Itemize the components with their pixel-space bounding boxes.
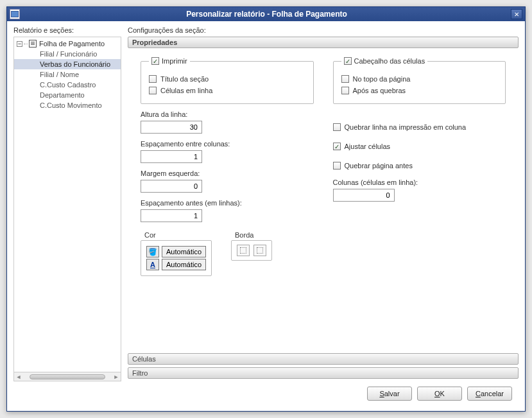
borda-legend: Borda xyxy=(235,231,272,239)
margem-label: Margem esquerda: xyxy=(141,170,314,177)
checkbox-imprimir[interactable]: ✓ xyxy=(151,57,159,65)
esp-antes-input[interactable]: 1 xyxy=(141,209,202,222)
esp-antes-label: Espaçamento antes (em linhas): xyxy=(141,199,314,207)
close-button[interactable]: ✕ xyxy=(511,9,522,19)
groups-row: ✓ Imprimir Título da seção Células em li xyxy=(141,57,506,104)
right-panel: Configurações da seção: Propriedades ✓ I… xyxy=(128,26,519,381)
checkbox-topo[interactable] xyxy=(341,75,349,83)
tree-item[interactable]: Departamento xyxy=(14,90,121,100)
fill-color-button[interactable]: 🪣 xyxy=(146,246,159,257)
document-icon xyxy=(29,40,37,48)
border-style-1-button[interactable] xyxy=(237,245,250,256)
checkbox-row-celulas-linha[interactable]: Células em linha xyxy=(149,87,305,94)
group-imprimir-legend: ✓ Imprimir xyxy=(149,57,190,65)
font-color-button[interactable]: A xyxy=(146,259,159,270)
checkbox-apos[interactable] xyxy=(341,87,349,94)
tree-item[interactable]: Verbas do Funcionário xyxy=(14,59,121,69)
checkbox-row-apos[interactable]: Após as quebras xyxy=(341,87,498,94)
section-header-filtro[interactable]: Filtro xyxy=(128,367,519,379)
left-panel-label: Relatório e seções: xyxy=(13,26,121,34)
tree-root[interactable]: − Folha de Pagamento xyxy=(14,39,121,49)
checkbox-celulas-linha[interactable] xyxy=(149,87,157,94)
section-header-label: Filtro xyxy=(132,369,148,377)
cor-legend: Cor xyxy=(144,231,212,239)
horizontal-scrollbar[interactable]: ◄ ► xyxy=(14,372,121,381)
tree-container: − Folha de Pagamento Filial / Funcionári… xyxy=(13,37,121,381)
checkbox-ajustar[interactable]: ✓ xyxy=(333,143,341,150)
border-row xyxy=(237,245,266,256)
collapse-icon[interactable]: − xyxy=(17,41,22,47)
checkbox-row-ajustar[interactable]: ✓ Ajustar células xyxy=(333,143,506,150)
tree-item-label: Filial / Funcionário xyxy=(40,50,97,58)
fill-color-auto-button[interactable]: Automático xyxy=(162,246,206,257)
checkbox-celulas-linha-label: Células em linha xyxy=(160,87,212,94)
color-border-row: Cor 🪣 Automático A Automático xyxy=(141,231,506,276)
altura-input[interactable]: 30 xyxy=(141,121,202,134)
checkbox-apos-label: Após as quebras xyxy=(353,87,406,94)
ok-button[interactable]: OK xyxy=(417,387,462,401)
section-header-propriedades[interactable]: Propriedades xyxy=(128,37,519,48)
font-color-auto-button[interactable]: Automático xyxy=(162,259,206,270)
esp-col-label: Espaçamento entre colunas: xyxy=(141,140,314,148)
group-imprimir-label: Imprimir xyxy=(162,57,187,65)
tree-item[interactable]: Filial / Nome xyxy=(14,69,121,80)
save-button[interactable]: Salvar xyxy=(367,387,412,401)
checkbox-titulo-label: Título da seção xyxy=(160,75,209,83)
checkbox-quebrar-pagina[interactable] xyxy=(333,162,341,170)
titlebar: Personalizar relatório - Folha de Pagame… xyxy=(7,7,525,21)
checkbox-row-quebrar-linha[interactable]: Quebrar linha na impressão em coluna xyxy=(333,123,506,131)
section-header-label: Propriedades xyxy=(132,39,177,46)
margem-input[interactable]: 0 xyxy=(141,180,202,193)
right-panel-label: Configurações da seção: xyxy=(128,26,519,34)
tree-item-label: Departamento xyxy=(40,91,85,99)
checkbox-quebrar-pagina-label: Quebrar página antes xyxy=(345,162,413,170)
color-group: 🪣 Automático A Automático xyxy=(141,240,212,276)
dialog-footer: Salvar OK Cancelar xyxy=(13,381,519,406)
border-dotted-icon xyxy=(240,247,246,254)
app-icon xyxy=(10,9,20,19)
tree-item[interactable]: C.Custo Cadastro xyxy=(14,80,121,90)
group-cabecalho-legend: ✓ Cabeçalho das células xyxy=(341,57,428,65)
group-cabecalho: ✓ Cabeçalho das células No topo da págin… xyxy=(333,57,506,104)
tree-item-label: Filial / Nome xyxy=(40,71,79,78)
font-color-icon: A xyxy=(150,261,155,268)
tree-item[interactable]: C.Custo Movimento xyxy=(14,100,121,110)
group-cabecalho-label: Cabeçalho das células xyxy=(354,57,425,65)
fields-right: Quebrar linha na impressão em coluna ✓ A… xyxy=(333,104,506,222)
border-group xyxy=(231,240,272,261)
properties-content: ✓ Imprimir Título da seção Células em li xyxy=(128,51,519,353)
colunas-input[interactable]: 0 xyxy=(333,189,395,202)
tree-item-label: C.Custo Cadastro xyxy=(40,81,96,89)
checkbox-titulo[interactable] xyxy=(149,75,157,83)
checkbox-row-quebrar-pagina[interactable]: Quebrar página antes xyxy=(333,162,506,170)
cancel-button[interactable]: Cancelar xyxy=(467,387,512,401)
checkbox-row-titulo[interactable]: Título da seção xyxy=(149,75,305,83)
scroll-thumb[interactable] xyxy=(30,374,105,379)
paint-bucket-icon: 🪣 xyxy=(148,248,157,256)
border-dotted-icon xyxy=(257,247,263,254)
checkbox-topo-label: No topo da página xyxy=(353,75,411,83)
checkbox-row-topo[interactable]: No topo da página xyxy=(341,75,498,83)
color-group-wrap: Cor 🪣 Automático A Automático xyxy=(141,231,212,276)
tree-root-label: Folha de Pagamento xyxy=(39,40,105,48)
fill-color-row: 🪣 Automático xyxy=(146,246,206,257)
dialog-body: Relatório e seções: − Folha de Pagamento… xyxy=(7,21,525,411)
fields-left: Altura da linha: 30 Espaçamento entre co… xyxy=(141,104,314,222)
window-title: Personalizar relatório - Folha de Pagame… xyxy=(22,10,511,19)
scroll-left-icon[interactable]: ◄ xyxy=(15,374,22,380)
checkbox-quebrar-linha[interactable] xyxy=(333,123,341,131)
checkbox-cabecalho[interactable]: ✓ xyxy=(344,57,352,65)
section-header-label: Células xyxy=(132,355,156,363)
checkbox-ajustar-label: Ajustar células xyxy=(345,143,391,150)
colunas-label: Colunas (células em linha): xyxy=(333,179,506,186)
esp-col-input[interactable]: 1 xyxy=(141,150,202,163)
group-imprimir: ✓ Imprimir Título da seção Células em li xyxy=(141,57,314,104)
tree-item[interactable]: Filial / Funcionário xyxy=(14,49,121,59)
dialog-customize-report: Personalizar relatório - Folha de Pagame… xyxy=(6,6,526,412)
section-header-celulas[interactable]: Células xyxy=(128,353,519,365)
report-tree: − Folha de Pagamento Filial / Funcionári… xyxy=(14,39,121,110)
scroll-right-icon[interactable]: ► xyxy=(113,374,119,380)
altura-label: Altura da linha: xyxy=(141,110,314,118)
border-style-2-button[interactable] xyxy=(253,245,266,256)
checkbox-quebrar-linha-label: Quebrar linha na impressão em coluna xyxy=(345,123,467,131)
